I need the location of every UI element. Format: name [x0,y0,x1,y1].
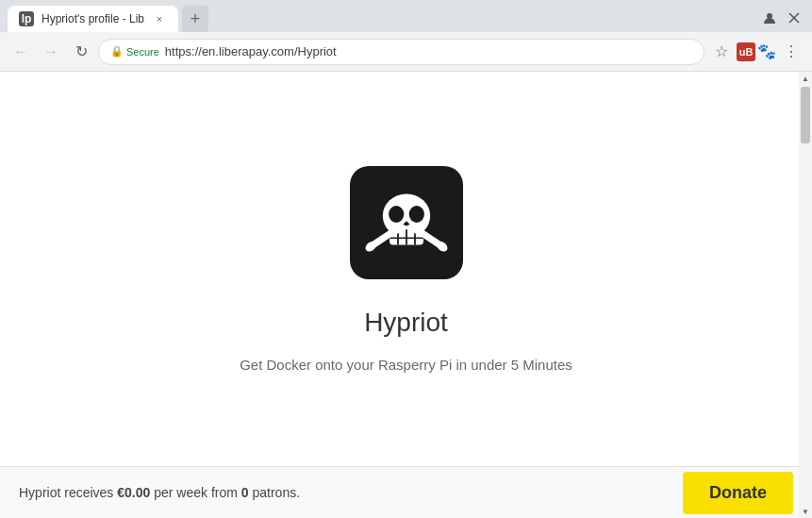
scrollbar[interactable]: ▲ ▼ [799,72,812,518]
browser-window: lp Hypriot's profile - Lib × + ← [0,0,812,518]
scroll-down-button[interactable]: ▼ [799,505,812,518]
menu-button[interactable]: ⋮ [778,39,804,65]
profile-name: Hypriot [364,308,448,338]
gnome-extension-icon[interactable]: 🐾 [757,42,776,61]
forward-button[interactable]: → [38,39,64,65]
scroll-track[interactable] [799,85,812,505]
scroll-up-button[interactable]: ▲ [799,72,812,85]
patron-count: 0 [241,485,249,500]
window-user-button[interactable] [759,8,780,28]
secure-label: Secure [126,46,159,58]
window-controls [759,8,804,32]
lock-icon: 🔒 [110,45,124,58]
profile-avatar [350,166,463,279]
profile-tagline: Get Docker onto your Rasperry Pi in unde… [240,357,572,373]
patron-text-middle: per week from [150,485,240,500]
title-bar: lp Hypriot's profile - Lib × + [0,0,812,32]
window-close-button[interactable] [784,8,804,28]
page-main: Hypriot Get Docker onto your Rasperry Pi… [0,72,812,466]
ublock-icon[interactable]: uB [737,42,755,61]
bottom-bar: Hypriot receives €0.00 per week from 0 p… [0,466,812,518]
patron-text-prefix: Hypriot receives [19,485,117,500]
scroll-thumb[interactable] [801,87,810,143]
skull-icon [364,180,449,265]
url-text: https://en.liberapay.com/Hypriot [165,44,337,58]
donate-button[interactable]: Donate [683,472,793,514]
tab-favicon: lp [19,11,34,26]
active-tab[interactable]: lp Hypriot's profile - Lib × [8,6,178,32]
patron-info: Hypriot receives €0.00 per week from 0 p… [19,485,300,500]
patron-text-suffix: patrons. [249,485,300,500]
reload-button[interactable]: ↻ [68,39,94,65]
svg-point-9 [389,206,404,223]
page-content: Hypriot Get Docker onto your Rasperry Pi… [0,72,812,518]
browser-toolbar: ← → ↻ 🔒 Secure https://en.liberapay.com/… [0,32,812,72]
tab-close-button[interactable]: × [152,11,167,26]
toolbar-icons: ☆ uB 🐾 ⋮ [708,39,804,65]
tab-title: Hypriot's profile - Lib [41,12,144,25]
patron-amount: €0.00 [117,485,150,500]
address-bar[interactable]: 🔒 Secure https://en.liberapay.com/Hyprio… [98,39,704,65]
bookmark-button[interactable]: ☆ [708,39,735,65]
new-tab-button[interactable]: + [182,6,208,32]
svg-point-10 [408,206,423,223]
back-button[interactable]: ← [8,39,34,65]
secure-badge: 🔒 Secure [110,45,159,58]
